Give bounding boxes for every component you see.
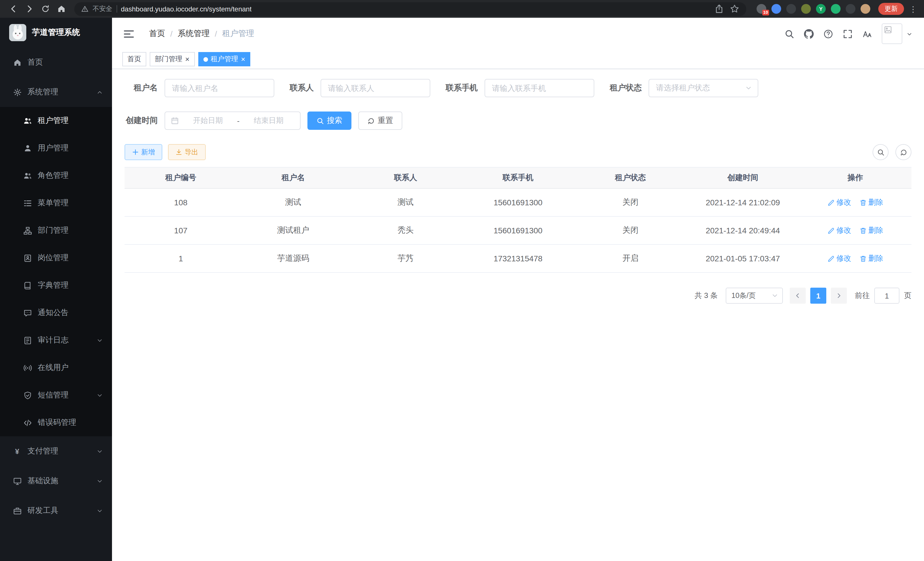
sidebar-item[interactable]: 审计日志 bbox=[0, 326, 112, 354]
sidebar-item[interactable]: 首页 bbox=[0, 47, 112, 77]
sidebar-item[interactable]: 通知公告 bbox=[0, 299, 112, 326]
extension-icon[interactable] bbox=[861, 4, 870, 14]
browser-home-icon[interactable] bbox=[54, 2, 69, 16]
goto-page-input[interactable] bbox=[874, 288, 899, 304]
sidebar-item[interactable]: 岗位管理 bbox=[0, 244, 112, 272]
prev-page-button[interactable] bbox=[790, 288, 806, 304]
filter-create-time: 创建时间 开始日期 - 结束日期 bbox=[124, 111, 301, 130]
browser-menu-icon[interactable]: ⋮ bbox=[909, 4, 917, 14]
view-tab[interactable]: 首页 bbox=[122, 52, 146, 66]
add-button[interactable]: 新增 bbox=[124, 144, 162, 160]
sidebar-item[interactable]: 部门管理 bbox=[0, 217, 112, 244]
sidebar-item[interactable]: 短信管理 bbox=[0, 381, 112, 409]
sidebar-item[interactable]: 角色管理 bbox=[0, 162, 112, 189]
tenant-name-input[interactable] bbox=[165, 79, 274, 97]
extension-icon[interactable] bbox=[786, 4, 796, 14]
column-header[interactable]: 联系手机 bbox=[462, 168, 574, 189]
table-row[interactable]: 1 芋道源码 芋艿 17321315478 开启 2021-01-05 17:0… bbox=[124, 245, 911, 273]
security-label[interactable]: 不安全 bbox=[93, 5, 112, 13]
status-select[interactable]: 请选择租户状态 bbox=[649, 79, 758, 97]
browser-back-icon[interactable] bbox=[6, 2, 21, 16]
fullscreen-icon[interactable] bbox=[843, 29, 853, 39]
table-row[interactable]: 108 测试 测试 15601691300 关闭 2021-12-14 21:0… bbox=[124, 189, 911, 217]
reset-button[interactable]: 重置 bbox=[358, 111, 402, 130]
caret-down-icon bbox=[906, 31, 913, 37]
browser-reload-icon[interactable] bbox=[38, 2, 52, 16]
url-text[interactable]: dashboard.yudao.iocoder.cn/system/tenant bbox=[121, 5, 252, 13]
next-page-button[interactable] bbox=[831, 288, 847, 304]
notice-icon bbox=[23, 308, 32, 317]
chrome-update-button[interactable]: 更新 bbox=[878, 3, 904, 15]
bookmark-star-icon[interactable] bbox=[730, 4, 740, 14]
export-button[interactable]: 导出 bbox=[168, 144, 206, 160]
column-header[interactable]: 租户编号 bbox=[124, 168, 237, 189]
edit-link[interactable]: 修改 bbox=[827, 197, 851, 208]
sidebar-item[interactable]: ¥ 支付管理 bbox=[0, 436, 112, 466]
broken-image-icon bbox=[884, 26, 892, 34]
extension-icon[interactable] bbox=[846, 4, 855, 14]
breadcrumb-item[interactable]: 系统管理 bbox=[178, 29, 210, 39]
font-size-icon[interactable] bbox=[862, 29, 872, 39]
sidebar-item[interactable]: 菜单管理 bbox=[0, 189, 112, 217]
sidebar-item-label: 错误码管理 bbox=[38, 417, 76, 428]
extension-icon[interactable] bbox=[801, 4, 811, 14]
tenant-icon bbox=[23, 116, 32, 125]
sidebar-item[interactable]: 研发工具 bbox=[0, 496, 112, 526]
sidebar-item[interactable]: 租户管理 bbox=[0, 107, 112, 134]
delete-link[interactable]: 删除 bbox=[859, 253, 883, 264]
toggle-search-button[interactable] bbox=[873, 144, 889, 160]
sidebar-item[interactable]: 错误码管理 bbox=[0, 409, 112, 436]
contact-input[interactable] bbox=[321, 79, 430, 97]
sidebar-item[interactable]: 用户管理 bbox=[0, 134, 112, 162]
user-avatar-menu[interactable] bbox=[882, 23, 913, 44]
delete-link[interactable]: 删除 bbox=[859, 197, 883, 208]
sidebar-item[interactable]: 基础设施 bbox=[0, 466, 112, 496]
tab-close-icon[interactable]: × bbox=[241, 56, 245, 63]
github-icon[interactable] bbox=[804, 29, 814, 39]
column-header[interactable]: 操作 bbox=[799, 168, 911, 189]
search-icon[interactable] bbox=[784, 29, 794, 39]
page-unit-label: 页 bbox=[904, 290, 911, 301]
sidebar-toggle-icon[interactable] bbox=[123, 28, 134, 39]
view-tab[interactable]: 部门管理 × bbox=[150, 52, 195, 66]
sms-shield-icon bbox=[23, 391, 32, 400]
tab-close-icon[interactable]: × bbox=[185, 56, 189, 63]
current-page-button[interactable]: 1 bbox=[810, 288, 826, 304]
breadcrumb-item[interactable]: 租户管理 bbox=[222, 29, 254, 39]
filter-row-1: 租户名 联系人 联系手机 租户状态 请选择租户状态 bbox=[124, 79, 911, 97]
breadcrumb-item[interactable]: 首页 bbox=[149, 29, 165, 39]
browser-forward-icon[interactable] bbox=[22, 2, 37, 16]
tab-label: 部门管理 bbox=[155, 54, 182, 64]
edit-link[interactable]: 修改 bbox=[827, 253, 851, 264]
extension-icon[interactable] bbox=[831, 4, 841, 14]
tenant-table: 租户编号租户名联系人联系手机租户状态创建时间操作 108 测试 测试 15601… bbox=[124, 167, 911, 273]
column-header[interactable]: 创建时间 bbox=[687, 168, 799, 189]
column-header[interactable]: 租户状态 bbox=[574, 168, 687, 189]
page-size-select[interactable]: 10条/页 bbox=[726, 288, 783, 304]
extension-icon[interactable]: 10 bbox=[757, 4, 766, 14]
app-title: 芋道管理系统 bbox=[32, 27, 80, 38]
extension-icon[interactable] bbox=[771, 4, 781, 14]
phone-input[interactable] bbox=[484, 79, 594, 97]
edit-link[interactable]: 修改 bbox=[827, 225, 851, 236]
sidebar-item[interactable]: 字典管理 bbox=[0, 272, 112, 299]
cell-status: 关闭 bbox=[574, 189, 687, 217]
date-range-picker[interactable]: 开始日期 - 结束日期 bbox=[165, 111, 301, 130]
column-header[interactable]: 租户名 bbox=[237, 168, 349, 189]
calendar-icon bbox=[171, 117, 179, 125]
share-icon[interactable] bbox=[714, 4, 724, 14]
column-header[interactable]: 联系人 bbox=[350, 168, 462, 189]
menu-list-icon bbox=[23, 199, 32, 208]
logo-row[interactable]: 芋道管理系统 bbox=[0, 18, 112, 47]
chevron-down-icon bbox=[745, 85, 752, 92]
table-row[interactable]: 107 测试租户 秃头 15601691300 关闭 2021-12-14 20… bbox=[124, 217, 911, 245]
view-tab[interactable]: 租户管理 × bbox=[198, 52, 250, 66]
search-button[interactable]: 搜索 bbox=[308, 111, 351, 130]
help-icon[interactable] bbox=[824, 29, 833, 39]
refresh-table-button[interactable] bbox=[896, 144, 911, 160]
sidebar-item[interactable]: 在线用户 bbox=[0, 354, 112, 381]
sidebar-item[interactable]: 系统管理 bbox=[0, 77, 112, 107]
delete-link[interactable]: 删除 bbox=[859, 225, 883, 236]
extension-icon[interactable]: Y bbox=[816, 4, 826, 14]
address-bar[interactable]: 不安全 dashboard.yudao.iocoder.cn/system/te… bbox=[74, 2, 746, 16]
